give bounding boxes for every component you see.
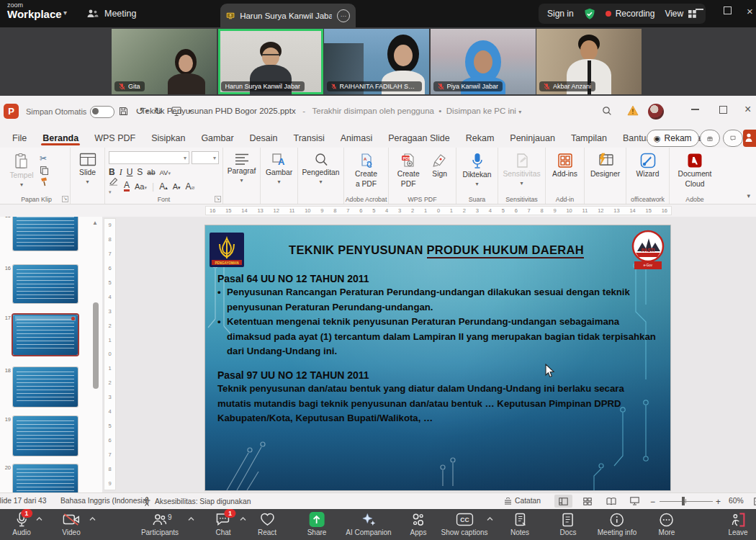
- reading-view-button[interactable]: [602, 495, 620, 508]
- diktekan-button[interactable]: Diktekan: [460, 151, 494, 194]
- create-a-pdf-button[interactable]: A Create a PDF: [348, 151, 384, 194]
- participants-button[interactable]: 9 Participants: [141, 512, 179, 536]
- normal-view-button[interactable]: [554, 495, 572, 508]
- add-ins-button[interactable]: Add-ins: [549, 151, 580, 194]
- captions-options-chevron[interactable]: [487, 517, 493, 521]
- chat-options-chevron[interactable]: [240, 517, 246, 521]
- video-tile-active-speaker[interactable]: Harun Surya Kanwil Jabar: [218, 29, 323, 94]
- maximize-button[interactable]: [724, 6, 732, 14]
- cut-icon[interactable]: ✂: [40, 153, 50, 163]
- tab-sisipkan[interactable]: Sisipkan: [143, 133, 193, 143]
- warning-icon[interactable]: [627, 105, 639, 116]
- scroll-up-icon[interactable]: ▲: [92, 220, 98, 226]
- video-button[interactable]: Video: [62, 512, 80, 536]
- notes-button[interactable]: Notes: [510, 512, 529, 536]
- zoom-slider-track[interactable]: [660, 501, 713, 502]
- slide-thumbnail[interactable]: 20: [13, 464, 78, 492]
- tab-meeting[interactable]: Meeting: [86, 0, 136, 27]
- zoom-level[interactable]: 60%: [729, 497, 744, 505]
- tab-animasi[interactable]: Animasi: [333, 133, 380, 143]
- dialog-launcher-icon[interactable]: ↘: [62, 196, 68, 202]
- slide-thumbnail[interactable]: 15: [13, 217, 78, 251]
- clear-formatting-button[interactable]: A⌀: [186, 181, 195, 192]
- tab-gambar[interactable]: Gambar: [193, 133, 241, 143]
- rekam-button[interactable]: ◉ Rekam: [647, 130, 699, 147]
- share-presence-button[interactable]: [743, 130, 756, 147]
- audio-button[interactable]: 1 Audio: [12, 512, 31, 536]
- participants-options-chevron[interactable]: [188, 517, 194, 521]
- tab-transisi[interactable]: Transisi: [285, 133, 332, 143]
- text-shadow-button[interactable]: S: [137, 167, 143, 177]
- chat-button[interactable]: 1 Chat: [215, 512, 230, 536]
- tab-peninjauan[interactable]: Peninjauan: [502, 133, 563, 143]
- zoom-in-button[interactable]: +: [716, 497, 721, 507]
- tab-file[interactable]: File: [4, 133, 35, 143]
- character-spacing-button[interactable]: AV: [159, 168, 170, 176]
- zoom-slider-thumb[interactable]: [682, 497, 685, 505]
- text-highlight-button[interactable]: [109, 177, 119, 196]
- create-pdf-button[interactable]: PDF Create PDF: [392, 151, 424, 194]
- zoom-out-button[interactable]: −: [650, 497, 655, 507]
- docs-button[interactable]: Docs: [560, 512, 577, 536]
- slide-thumbnail[interactable]: 16: [13, 265, 78, 303]
- tab-rekam[interactable]: Rekam: [458, 133, 503, 143]
- copy-button[interactable]: [40, 166, 50, 175]
- autosave-toggle[interactable]: [90, 106, 114, 118]
- react-button[interactable]: React: [258, 512, 276, 536]
- vertical-ruler[interactable]: 9876543210123456789: [104, 218, 116, 490]
- tempel-button[interactable]: Tempel: [6, 151, 37, 194]
- thumbnail-scrollbar[interactable]: [93, 302, 99, 389]
- bold-button[interactable]: B: [109, 167, 115, 177]
- horizontal-ruler[interactable]: 1615141312111098765432101234567891011121…: [205, 206, 672, 215]
- tab-shared-screen[interactable]: Harun Surya Kanwil Jabar's screen …: [220, 4, 356, 27]
- document-cloud-button[interactable]: Document Cloud: [673, 151, 716, 194]
- paragraf-button[interactable]: Paragraf: [227, 151, 256, 194]
- share-button[interactable]: Share: [307, 512, 327, 536]
- sign-in-button[interactable]: Sign in: [547, 9, 574, 19]
- ppt-close-button[interactable]: ×: [744, 104, 751, 115]
- slide-thumbnail[interactable]: 19: [13, 416, 78, 456]
- show-captions-button[interactable]: CC Show captions: [441, 512, 487, 536]
- ai-companion-button[interactable]: AI Companion: [346, 512, 391, 536]
- ppt-restore-button[interactable]: [719, 106, 727, 114]
- accessibility-status[interactable]: Aksesibilitas: Siap digunakan: [143, 497, 251, 506]
- slideshow-view-button[interactable]: [626, 495, 644, 508]
- recording-indicator[interactable]: Recording: [606, 9, 655, 19]
- ppt-minimize-button[interactable]: [691, 109, 699, 110]
- video-options-chevron[interactable]: [89, 517, 96, 521]
- notes-toggle[interactable]: Catatan: [504, 497, 541, 505]
- tab-wps-pdf[interactable]: WPS PDF: [86, 133, 143, 143]
- close-button[interactable]: ×: [747, 6, 753, 17]
- shrink-font-button[interactable]: A▾: [173, 182, 181, 191]
- tab-desain[interactable]: Desain: [242, 133, 286, 143]
- video-tile[interactable]: Piya Kanwil Jabar: [431, 29, 536, 94]
- apps-button[interactable]: Apps: [410, 512, 427, 536]
- chevron-down-icon[interactable]: [63, 9, 67, 17]
- slide-button[interactable]: Slide: [74, 151, 101, 194]
- saved-location[interactable]: Disimpan ke PC ini: [446, 107, 516, 115]
- tab-options-icon[interactable]: …: [337, 9, 350, 22]
- comments-button[interactable]: [723, 130, 743, 147]
- italic-button[interactable]: I: [120, 167, 122, 178]
- slide-sorter-button[interactable]: [578, 495, 596, 508]
- save-icon[interactable]: [119, 107, 128, 116]
- change-case-button[interactable]: Aa: [135, 182, 147, 191]
- video-tile[interactable]: Akbar Anzani: [536, 29, 642, 94]
- fit-to-window-button[interactable]: [749, 495, 756, 508]
- slide-thumbnail[interactable]: 18: [13, 367, 78, 407]
- security-shield-icon[interactable]: [584, 8, 595, 20]
- audio-options-chevron[interactable]: [36, 517, 42, 521]
- video-tile[interactable]: RAIHANITA FADILAH SAPUT…: [324, 29, 429, 94]
- sign-button[interactable]: Sign: [427, 151, 452, 194]
- minimize-button[interactable]: [696, 9, 703, 10]
- slide-counter[interactable]: Slide 17 dari 43: [0, 497, 47, 505]
- language-status[interactable]: Bahasa Inggris (Indonesia): [60, 497, 149, 505]
- gift-button[interactable]: [700, 130, 720, 147]
- grow-font-button[interactable]: A▴: [159, 181, 168, 192]
- designer-button[interactable]: Designer: [588, 151, 622, 194]
- view-button[interactable]: View: [665, 9, 697, 19]
- slide-canvas[interactable]: PENGAYOMAN TEKNIK PENYUSUNAN PRODUK HUKU…: [205, 225, 670, 490]
- tab-peragaan-slide[interactable]: Peragaan Slide: [380, 133, 457, 143]
- user-avatar[interactable]: [648, 104, 664, 120]
- leave-button[interactable]: Leave: [728, 512, 747, 536]
